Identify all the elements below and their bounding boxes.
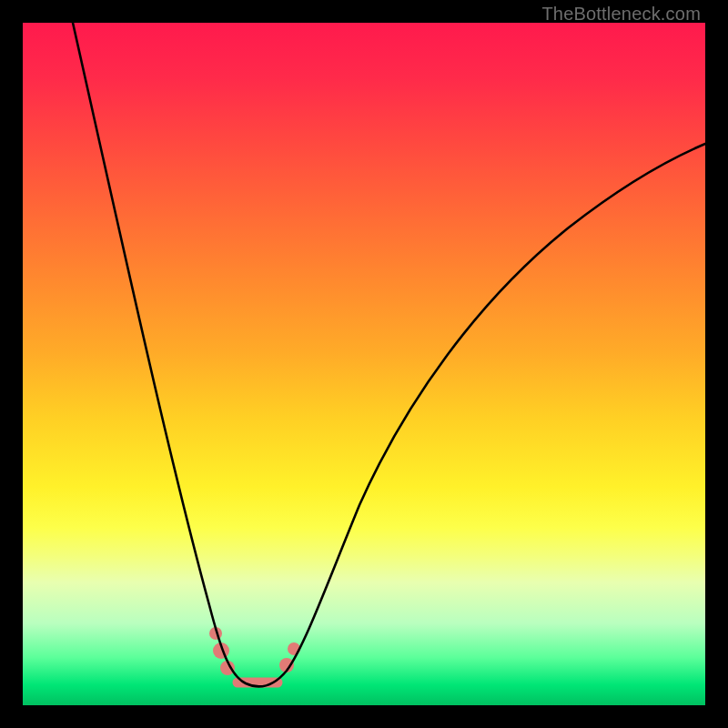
bottleneck-curve — [73, 23, 705, 686]
chart-svg — [23, 23, 705, 705]
chart-plot-area — [23, 23, 705, 705]
watermark-text: TheBottleneck.com — [541, 4, 701, 25]
valley-accent — [209, 627, 300, 682]
